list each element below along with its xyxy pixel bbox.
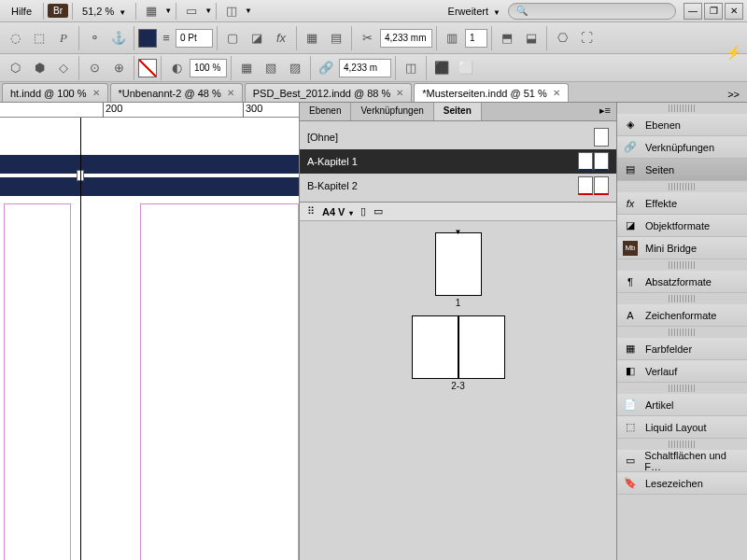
panel-tab-seiten[interactable]: Seiten [434, 103, 482, 120]
orientation-landscape-icon[interactable]: ▭ [374, 205, 383, 217]
wrap3-icon[interactable]: ▦ [235, 57, 258, 79]
panel-menu-icon[interactable]: ▸≡ [594, 103, 616, 120]
sidebar-item-seiten[interactable]: ▤Seiten [617, 159, 747, 181]
lightning-icon[interactable]: ⚡ [726, 45, 741, 60]
align-top-icon[interactable]: ⬒ [496, 27, 518, 49]
page-thumb-2[interactable] [412, 315, 458, 379]
search-input[interactable]: 🔍 [508, 3, 676, 20]
tab-close-icon[interactable]: ✕ [553, 88, 560, 98]
dotted-circle-icon[interactable]: ◌ [4, 27, 26, 49]
drop-shadow-icon[interactable]: ◪ [246, 27, 268, 49]
document-tab[interactable]: PSD_Best_2012.indd @ 88 %✕ [245, 83, 413, 102]
sidebar-grip[interactable] [669, 105, 697, 112]
minimize-button[interactable]: — [684, 3, 702, 20]
panel-tab-verknuepfungen[interactable]: Verknüpfungen [351, 103, 433, 120]
bridge-badge[interactable]: Br [48, 4, 68, 18]
stroke-swatch[interactable] [138, 59, 157, 77]
sidebar-grip[interactable] [669, 261, 697, 269]
view-options-icon[interactable]: ▦ [140, 0, 162, 22]
shape3-icon[interactable]: ◇ [52, 57, 75, 79]
separator [216, 3, 217, 20]
tab-close-icon[interactable]: ✕ [396, 88, 403, 98]
maximize-button[interactable]: ❐ [704, 3, 723, 20]
document-tab[interactable]: ht.indd @ 100 %✕ [2, 83, 108, 102]
horizontal-ruler[interactable]: 200 300 [0, 103, 299, 118]
sidebar-item-schaltflaechen[interactable]: ▭Schaltflächen und F… [617, 450, 747, 472]
crop-icon[interactable]: ✂ [356, 27, 378, 49]
menu-help[interactable]: Hilfe [4, 3, 39, 20]
page-thumb-3[interactable] [458, 315, 505, 379]
sidebar-grip[interactable] [669, 385, 697, 392]
master-a-selected[interactable]: A-Kapitel 1 [300, 149, 616, 174]
fill-swatch[interactable] [138, 29, 157, 48]
type-path-icon[interactable]: P [52, 27, 75, 49]
screen-mode-icon[interactable]: ▭ [180, 0, 203, 22]
object-bar-top[interactable] [0, 155, 299, 174]
columns-field[interactable]: 1 [465, 29, 487, 48]
master-none[interactable]: [Ohne] [300, 125, 616, 149]
sidebar-item-artikel[interactable]: 📄Artikel [617, 394, 747, 416]
stroke-weight-field[interactable]: 0 Pt [176, 29, 213, 48]
gutter-icon[interactable]: ◫ [400, 57, 422, 79]
text-wrap-none-icon[interactable]: ▦ [301, 27, 323, 49]
document-canvas[interactable]: 200 300 [0, 103, 299, 560]
width-field[interactable]: 4,233 mm [380, 29, 432, 48]
sidebar-item-minibridge[interactable]: MbMini Bridge [617, 237, 747, 259]
gradient-icon: ◧ [623, 364, 638, 379]
fx-icon[interactable]: fx [270, 27, 292, 49]
anchor-icon[interactable]: ⚓ [107, 27, 130, 49]
sidebar-item-liquid[interactable]: ⬚Liquid Layout [617, 416, 747, 439]
wrap4-icon[interactable]: ▧ [260, 57, 282, 79]
workspace-switcher[interactable]: Erweitert ▼ [441, 3, 508, 20]
opacity-field[interactable]: 100 % [190, 59, 227, 77]
tab-close-icon[interactable]: ✕ [227, 88, 234, 98]
sidebar-item-lesezeichen[interactable]: 🔖Lesezeichen [617, 472, 747, 495]
object-bar-bottom[interactable] [0, 177, 299, 196]
tabs-overflow-button[interactable]: >> [720, 87, 747, 102]
page-spread-2-3[interactable] [412, 315, 505, 379]
pages-thumbnails[interactable]: ▼ 1 2-3 [300, 221, 616, 402]
link-icon[interactable]: 🔗 [315, 57, 337, 79]
shape2-icon[interactable]: ⬢ [28, 57, 50, 79]
wrap5-icon[interactable]: ▨ [284, 57, 306, 79]
sidebar-item-ebenen[interactable]: ◈Ebenen [617, 114, 747, 136]
sidebar-item-verknuepfungen[interactable]: 🔗Verknüpfungen [617, 136, 747, 159]
page-thumb-1[interactable]: ▼ [435, 232, 482, 296]
document-tab[interactable]: *Unbenannt-2 @ 48 %✕ [110, 83, 243, 102]
close-button[interactable]: ✕ [725, 3, 743, 20]
structure-icon[interactable]: ⚬ [83, 27, 106, 49]
zoom-level[interactable]: 51,2 % ▼ [77, 3, 132, 20]
panel-tab-ebenen[interactable]: Ebenen [300, 103, 351, 120]
dotted-square-icon[interactable]: ⬚ [28, 27, 50, 49]
sidebar-item-absatzformate[interactable]: ¶Absatzformate [617, 271, 747, 293]
node-icon[interactable]: ⊙ [83, 57, 106, 79]
sidebar-item-objektformate[interactable]: ◪Objektformate [617, 215, 747, 237]
sidebar-grip[interactable] [669, 295, 697, 302]
align-center-v-icon[interactable]: ⬛ [430, 57, 453, 79]
height-field[interactable]: 4,233 m [339, 59, 391, 77]
columns-icon[interactable]: ▥ [441, 27, 463, 49]
tab-close-icon[interactable]: ✕ [92, 88, 100, 98]
arrange-icon[interactable]: ◫ [220, 0, 243, 22]
ruler-tick: 200 [103, 103, 122, 118]
align-bottom-icon[interactable]: ⬓ [520, 27, 543, 49]
sidebar-grip[interactable] [669, 441, 697, 448]
square-icon[interactable]: ▢ [221, 27, 244, 49]
sidebar-item-zeichenformate[interactable]: AZeichenformate [617, 304, 747, 327]
sidebar-item-farbfelder[interactable]: ▦Farbfelder [617, 338, 747, 360]
text-wrap-bounding-icon[interactable]: ▤ [325, 27, 347, 49]
node2-icon[interactable]: ⊕ [107, 57, 130, 79]
master-b[interactable]: B-Kapitel 2 [300, 174, 616, 198]
sidebar-item-effekte[interactable]: fxEffekte [617, 192, 747, 215]
page-size-selector[interactable]: A4 V ▾ [322, 206, 353, 217]
sidebar-grip[interactable] [669, 329, 697, 336]
orientation-portrait-icon[interactable]: ▯ [360, 205, 366, 217]
sidebar-grip[interactable] [669, 183, 697, 190]
grip-icon[interactable]: ⠿ [307, 205, 315, 217]
document-tab-active[interactable]: *Musterseiten.indd @ 51 %✕ [414, 83, 568, 102]
transform-icon[interactable]: ⛶ [575, 27, 598, 49]
shape-icon[interactable]: ⬡ [4, 57, 26, 79]
object-icon[interactable]: ⎔ [551, 27, 573, 49]
align-justify-icon[interactable]: ⬜ [455, 57, 477, 79]
sidebar-item-verlauf[interactable]: ◧Verlauf [617, 360, 747, 383]
